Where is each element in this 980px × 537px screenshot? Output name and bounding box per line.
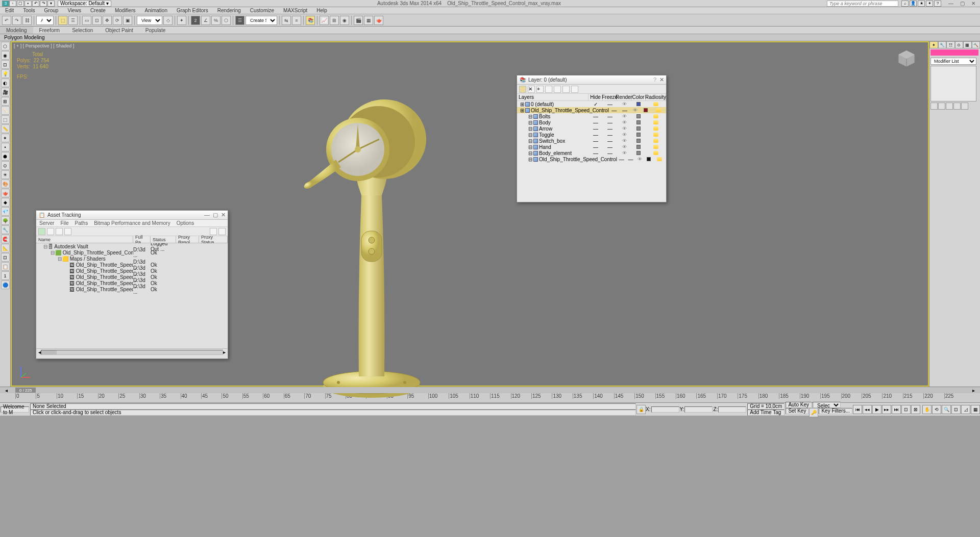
add-time-tag[interactable]: Add Time Tag [747,410,785,416]
hierarchy-tab[interactable]: ☷ [946,41,955,48]
asset-row[interactable]: ⊟🟨 Maps / Shaders [36,255,228,262]
asset-menu-item[interactable]: Server [39,220,54,226]
layers-button[interactable]: 📚 [306,16,315,25]
keyfilters-button[interactable]: Key Filters... [819,408,852,414]
time-slider[interactable]: ◂ 0 / 225 ▸ [0,387,980,393]
left-tool-16[interactable]: 🫖 [1,189,10,197]
orbit-button[interactable]: ⟲ [932,405,941,414]
window-cross-button[interactable]: ⊡ [92,16,102,25]
ribbon-object paint[interactable]: Object Paint [99,27,139,34]
left-tool-2[interactable]: ⊡ [1,60,10,69]
layer-hide-button[interactable] [562,86,570,93]
rect-select-button[interactable]: ▭ [82,16,91,25]
minimize-button[interactable]: ― [946,1,955,7]
motion-tab[interactable]: ⊙ [955,41,964,48]
asset-col-name[interactable]: Name [36,236,133,243]
menu-modifiers[interactable]: Modifiers [115,8,136,13]
left-tool-12[interactable]: ⬢ [1,152,10,161]
ribbon-populate[interactable]: Populate [139,27,172,34]
layer-add-button[interactable]: + [536,86,544,93]
asset-row[interactable]: ⊟🟩 Old_Ship_Throttle_Speed_Control_max_v… [36,249,228,255]
menu-create[interactable]: Create [90,8,106,13]
time-ruler[interactable]: 0510152025303540455055606570758085909510… [0,393,980,402]
asset-col-proxyres[interactable]: Proxy Resol... [176,236,199,243]
asset-max-button[interactable]: ▢ [213,212,218,218]
layer-dialog[interactable]: 📚 Layer: 0 (default) ?✕ ✕ + Layers Hide … [517,75,667,202]
left-tool-17[interactable]: ◆ [1,198,10,207]
layer-row[interactable]: ⊟Body — — 👁 [517,119,666,125]
asset-col-proxystat[interactable]: Proxy Status [199,236,228,243]
asset-menu-item[interactable]: Bitmap Performance and Memory [94,220,170,226]
named-sel-button[interactable]: ☰ [235,16,244,25]
asset-close-button[interactable]: ✕ [221,212,226,218]
modifier-stack[interactable] [930,66,976,101]
new-icon[interactable]: ▫ [9,1,16,7]
asset-row[interactable]: 🖼 Old_Ship_Throttle_Speed_Control_shiny_… [36,286,228,292]
scale-button[interactable]: ▣ [123,16,132,25]
left-tool-3[interactable]: 💡 [1,69,10,78]
next-frame-button[interactable]: ▸▸ [882,405,891,414]
left-tool-20[interactable]: 🔧 [1,225,10,234]
snap-2d-button[interactable]: 2 [191,16,200,25]
left-tool-9[interactable]: 📏 [1,124,10,133]
menu-customize[interactable]: Customize [250,8,274,13]
coord-system-dropdown[interactable]: View [137,16,162,25]
redo-icon[interactable]: ↷ [40,1,47,7]
left-tool-24[interactable]: 📋 [1,262,10,271]
layer-col-name[interactable]: Layers [517,94,589,100]
maximize-button[interactable]: ▢ [958,1,967,7]
goto-start-button[interactable]: ⏮ [853,405,862,414]
manip-button[interactable]: ✦ [177,16,186,25]
schematic-button[interactable]: ⊞ [330,16,339,25]
left-tool-25[interactable]: 1 [1,271,10,280]
rendered-frame-button[interactable]: ▦ [364,16,373,25]
layer-col-hide[interactable]: Hide [589,94,603,100]
curve-editor-button[interactable]: 📈 [320,16,329,25]
subribbon[interactable]: Polygon Modeling [0,34,980,41]
asset-row[interactable]: ⊟🗄 Autodesk VaultLogged Out ... [36,243,228,249]
left-tool-7[interactable]: 🦴 [1,106,10,115]
modify-tab[interactable]: 🔧 [938,41,947,48]
close-button[interactable]: ✕ [969,1,978,7]
asset-hscrollbar[interactable]: ◂▸ [36,348,228,355]
left-tool-11[interactable]: • [1,143,10,151]
asset-menu-item[interactable]: Options [177,220,194,226]
layer-col-render[interactable]: Render [617,94,631,100]
help-icon[interactable]: ? [934,1,941,7]
menu-tools[interactable]: Tools [23,8,35,13]
layer-hl-button[interactable] [554,86,561,93]
isolate-button[interactable]: ⊠ [911,405,920,414]
select-button[interactable]: ⬚ [58,16,67,25]
asset-tb3-button[interactable] [56,228,63,235]
keymode-dropdown[interactable]: Selected [813,402,841,408]
asset-tb6-button[interactable] [218,228,226,235]
y-coord-input[interactable] [684,406,713,413]
open-icon[interactable]: ▢ [17,1,24,7]
menu-rendering[interactable]: Rendering [217,8,241,13]
pin-stack-button[interactable] [930,103,938,110]
signin-icon[interactable]: 👤 [910,1,917,7]
prev-frame-button[interactable]: ◂◂ [863,405,872,414]
left-tool-6[interactable]: ⊞ [1,97,10,106]
layer-close-button[interactable]: ✕ [659,76,664,83]
asset-row[interactable]: 🖼 Old_Ship_Throttle_Speed_Control_shiny_… [36,262,228,268]
create-sel-dropdown[interactable]: Create Selection Se [246,16,277,25]
left-tool-0[interactable]: ⬡ [1,42,10,50]
menu-graph editors[interactable]: Graph Editors [177,8,208,13]
asset-row[interactable]: 🖼 Old_Ship_Throttle_Speed_Control_shiny_… [36,268,228,274]
play-button[interactable]: ▶ [872,405,881,414]
ribbon-selection[interactable]: Selection [66,27,99,34]
asset-menu-item[interactable]: Paths [75,220,88,226]
menu-edit[interactable]: Edit [5,8,14,13]
show-result-button[interactable] [938,103,945,110]
left-tool-21[interactable]: 🧲 [1,235,10,243]
layer-freeze-button[interactable] [571,86,578,93]
help-search-input[interactable] [827,1,898,7]
menu-group[interactable]: Group [44,8,59,13]
pivot-button[interactable]: ◇ [163,16,173,25]
undo-icon[interactable]: ↶ [32,1,39,7]
layer-tree[interactable]: ⊞0 (default) ✓ — 👁 ⊞Old_Ship_Throttle_Sp… [517,101,666,162]
layer-help-button[interactable]: ? [653,76,656,83]
move-button[interactable]: ✥ [103,16,112,25]
save-icon[interactable]: ▪ [24,1,32,7]
